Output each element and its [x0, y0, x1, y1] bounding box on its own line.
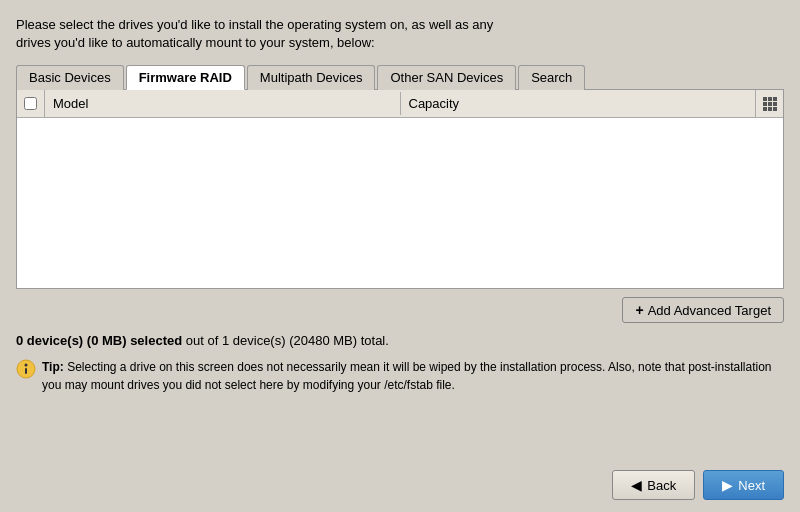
plus-icon: +	[635, 302, 643, 318]
back-button[interactable]: ◀ Back	[612, 470, 695, 500]
tab-basic-devices[interactable]: Basic Devices	[16, 65, 124, 90]
tip-row: Tip: Selecting a drive on this screen do…	[16, 358, 784, 394]
tab-other-san-devices[interactable]: Other SAN Devices	[377, 65, 516, 90]
select-all-checkbox[interactable]	[17, 90, 45, 117]
svg-rect-11	[25, 368, 27, 374]
next-arrow-icon: ▶	[722, 477, 733, 493]
tab-firmware-raid[interactable]: Firmware RAID	[126, 65, 245, 90]
bottom-buttons: ◀ Back ▶ Next	[16, 458, 784, 500]
svg-rect-5	[773, 102, 777, 106]
tab-search[interactable]: Search	[518, 65, 585, 90]
column-options-icon[interactable]	[755, 90, 783, 117]
device-table: Model Capacity	[16, 89, 784, 289]
tip-icon	[16, 359, 36, 379]
column-capacity: Capacity	[401, 92, 756, 115]
tip-text: Tip: Selecting a drive on this screen do…	[42, 358, 784, 394]
status-row: 0 device(s) (0 MB) selected out of 1 dev…	[16, 333, 784, 348]
table-body	[17, 118, 783, 288]
select-all-input[interactable]	[24, 97, 37, 110]
intro-text: Please select the drives you'd like to i…	[16, 16, 784, 52]
svg-rect-2	[773, 97, 777, 101]
column-model: Model	[45, 92, 401, 115]
back-arrow-icon: ◀	[631, 477, 642, 493]
add-advanced-target-button[interactable]: + Add Advanced Target	[622, 297, 784, 323]
svg-point-10	[25, 364, 28, 367]
advanced-target-row: + Add Advanced Target	[16, 297, 784, 323]
tab-bar: Basic Devices Firmware RAID Multipath De…	[16, 64, 784, 89]
svg-rect-3	[763, 102, 767, 106]
svg-rect-4	[768, 102, 772, 106]
total-count: out of 1 device(s) (20480 MB) total.	[186, 333, 389, 348]
svg-rect-6	[763, 107, 767, 111]
svg-rect-1	[768, 97, 772, 101]
grid-icon	[762, 96, 778, 112]
next-button[interactable]: ▶ Next	[703, 470, 784, 500]
svg-rect-0	[763, 97, 767, 101]
svg-rect-8	[773, 107, 777, 111]
selected-count: 0 device(s) (0 MB) selected	[16, 333, 182, 348]
svg-rect-7	[768, 107, 772, 111]
tab-multipath-devices[interactable]: Multipath Devices	[247, 65, 376, 90]
table-header: Model Capacity	[17, 90, 783, 118]
